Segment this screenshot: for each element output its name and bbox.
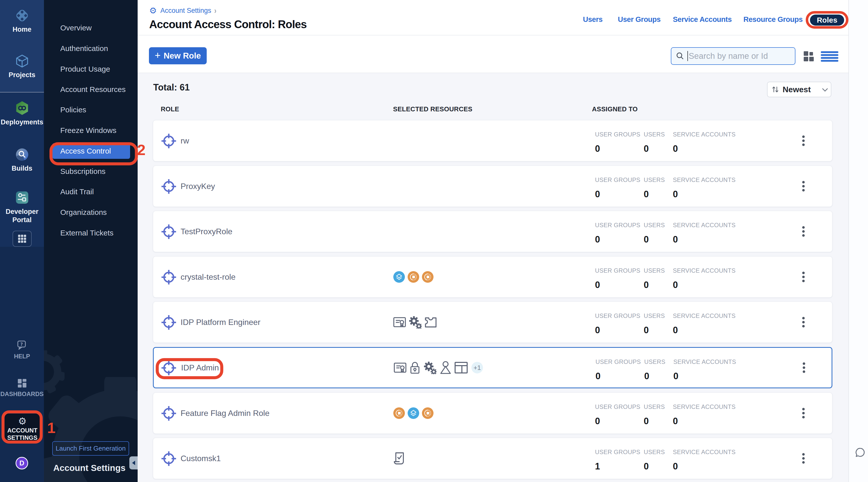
tab-resource-groups[interactable]: Resource Groups [743, 15, 803, 24]
avatar-initial: D [19, 459, 24, 467]
user-avatar[interactable]: D [16, 457, 28, 470]
module-label: Deployments [0, 118, 44, 126]
sidebar-item-account-settings[interactable]: ⚙ ACCOUNT SETTINGS [3, 414, 41, 441]
lock-icon [409, 361, 421, 374]
row-menu-button[interactable] [801, 223, 806, 240]
new-role-button[interactable]: + New Role [149, 47, 207, 64]
person-icon [439, 361, 452, 374]
tab-roles-label: Roles [817, 16, 837, 24]
nav-item-label: Subscriptions [60, 167, 105, 176]
nav-item-authentication[interactable]: Authentication [52, 41, 130, 56]
roles-list-panel: Total: 61 Newest ROLE SELECTED RESOURCES… [137, 73, 848, 482]
search-icon [676, 52, 684, 60]
nav-item-overview[interactable]: Overview [52, 20, 130, 36]
module-label: Projects [0, 71, 44, 79]
column-header-selected-resources: SELECTED RESOURCES [393, 105, 472, 113]
nav-item-subscriptions[interactable]: Subscriptions [52, 163, 130, 179]
chevron-right-icon: › [214, 6, 217, 16]
annotation-step-2: 2 [137, 141, 146, 158]
total-count: Total: 61 [153, 82, 190, 93]
module-picker-button[interactable] [12, 231, 32, 247]
nav-item-policies[interactable]: Policies [52, 102, 130, 118]
tab-users[interactable]: Users [583, 15, 602, 24]
selected-resources [393, 393, 434, 433]
role-row[interactable]: Feature Flag Admin Role USER GROUPS0 USE… [153, 393, 832, 434]
role-name[interactable]: Feature Flag Admin Role [181, 393, 270, 433]
row-menu-button[interactable] [801, 405, 806, 421]
row-menu-button[interactable] [801, 314, 806, 330]
gears-icon [409, 315, 422, 329]
role-name[interactable]: ProxyKey [181, 166, 215, 207]
nav-item-label: External Tickets [60, 229, 114, 237]
account-settings-sidebar: Overview Authentication Product Usage Ac… [44, 0, 137, 482]
row-menu-button[interactable] [801, 450, 806, 467]
column-header-assigned-to: ASSIGNED TO [592, 105, 638, 113]
role-name[interactable]: IDP Platform Engineer [181, 302, 260, 342]
launch-first-generation-button[interactable]: Launch First Generation [52, 441, 129, 456]
developer-portal-icon [14, 190, 30, 205]
breadcrumb-link[interactable]: Account Settings [160, 7, 211, 14]
nav-item-account-resources[interactable]: Account Resources [52, 82, 130, 97]
role-name[interactable]: rw [181, 120, 189, 161]
toolbar: + New Role Search by name or Id [137, 35, 868, 73]
row-menu-button[interactable] [801, 269, 806, 285]
nav-item-label: Account Resources [60, 85, 126, 94]
sort-dropdown[interactable]: Newest [767, 82, 831, 97]
collapse-sidebar-handle[interactable] [129, 456, 137, 470]
role-row-selected[interactable]: IDP Admin +1 USER GROUPS0 USERS0 SERVICE… [153, 347, 832, 388]
role-target-icon [161, 314, 177, 330]
sidebar-item-builds[interactable]: Builds [0, 147, 44, 173]
new-role-label: New Role [163, 51, 201, 61]
sidebar-item-deployments[interactable]: Deployments [0, 100, 44, 126]
list-view-button[interactable] [821, 51, 838, 62]
collapse-arrow-icon [132, 461, 135, 465]
role-name[interactable]: TestProxyRole [181, 211, 232, 252]
tab-roles[interactable]: Roles [810, 14, 844, 26]
selected-resources [393, 438, 405, 479]
page-title: Account Access Control: Roles [149, 18, 307, 31]
role-row[interactable]: ProxyKey USER GROUPS0 USERS0 SERVICE ACC… [153, 165, 832, 207]
sidebar-item-developer-portal[interactable]: Developer Portal [0, 190, 44, 224]
module-sidebar: Home Projects Deployments Builds Develop… [0, 0, 44, 482]
role-name[interactable]: crystal-test-role [181, 257, 236, 297]
sidebar-item-projects[interactable]: Projects [0, 54, 44, 79]
module-label: Home [0, 25, 44, 34]
harness-logo-icon [15, 8, 29, 23]
role-name[interactable]: Customsk1 [181, 438, 221, 479]
sidebar-item-dashboards[interactable]: DASHBOARDS [0, 378, 44, 398]
nav-item-product-usage[interactable]: Product Usage [52, 61, 130, 77]
tab-service-accounts[interactable]: Service Accounts [673, 15, 732, 24]
role-row[interactable]: crystal-test-role USER GROUPS0 USERS0 SE… [153, 256, 832, 298]
role-row[interactable]: TestProxyRole USER GROUPS0 USERS0 SERVIC… [153, 211, 832, 252]
nav-item-label: Organizations [60, 208, 107, 217]
row-menu-button[interactable] [801, 132, 806, 149]
search-input[interactable]: Search by name or Id [671, 47, 796, 65]
role-row[interactable]: Customsk1 USER GROUPS1 USERS0 SERVICE AC… [153, 438, 832, 479]
tab-user-groups[interactable]: User Groups [618, 15, 660, 24]
role-row[interactable]: rw USER GROUPS0 USERS0 SERVICE ACCOUNTS0 [153, 120, 832, 161]
row-menu-button[interactable] [801, 359, 807, 376]
launch-button-label: Launch First Generation [56, 445, 126, 452]
chat-bubble-icon[interactable] [855, 447, 866, 458]
ci-circle-icon [15, 147, 29, 162]
column-header-role: ROLE [161, 105, 179, 113]
grid-view-button[interactable] [803, 51, 814, 62]
role-row[interactable]: IDP Platform Engineer USER GROUPS0 USERS… [153, 302, 832, 343]
more-resources-badge[interactable]: +1 [471, 362, 483, 373]
gear-watermark [44, 327, 137, 482]
certificate-icon [394, 362, 406, 373]
nav-item-access-control[interactable]: Access Control [52, 143, 130, 159]
sidebar-item-home[interactable]: Home [0, 8, 44, 34]
nav-item-audit-trail[interactable]: Audit Trail [52, 184, 130, 200]
nav-item-freeze-windows[interactable]: Freeze Windows [52, 123, 130, 138]
module-label: ACCOUNT SETTINGS [7, 427, 37, 441]
sidebar-item-help[interactable]: HELP [0, 340, 44, 360]
nav-item-external-tickets[interactable]: External Tickets [52, 225, 130, 241]
module-label: DASHBOARDS [0, 390, 44, 398]
row-menu-button[interactable] [801, 178, 806, 194]
chevron-down-icon [822, 86, 828, 92]
nav-item-organizations[interactable]: Organizations [52, 205, 130, 220]
plus-icon: + [155, 50, 160, 61]
gear-icon: ⚙ [3, 416, 41, 426]
role-name[interactable]: IDP Admin [181, 348, 219, 388]
